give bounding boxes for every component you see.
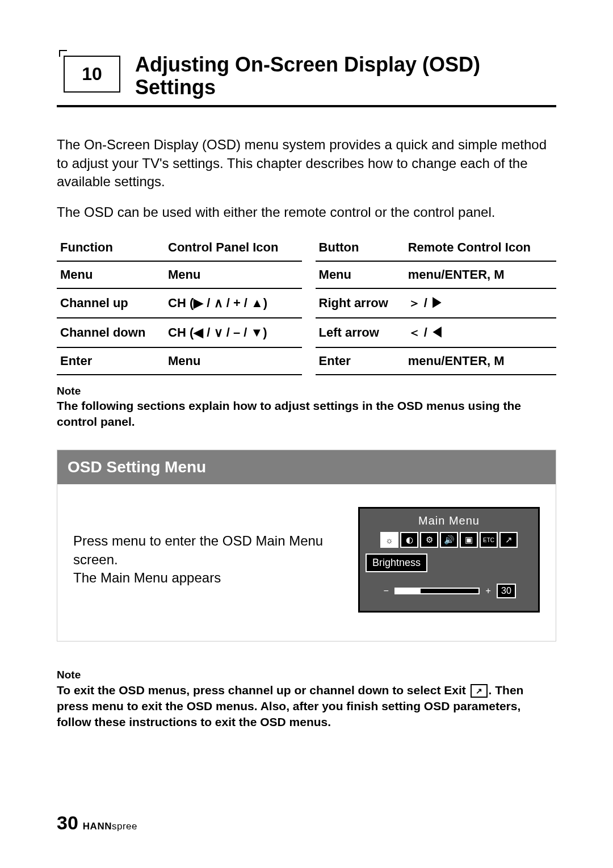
osd-icon-row: ☼ ◐ ⚙ 🔊 ▣ ETC ↗ bbox=[366, 532, 532, 548]
osd-instruction-line: The Main Menu appears bbox=[73, 569, 335, 587]
chapter-title: Adjusting On-Screen Display (OSD) Settin… bbox=[135, 51, 556, 98]
exit-icon: ↗ bbox=[471, 684, 488, 698]
cell-function: Channel up bbox=[57, 288, 165, 318]
brand-bold: HANN bbox=[83, 821, 112, 832]
audio-icon: 🔊 bbox=[440, 532, 458, 548]
osd-window: Main Menu ☼ ◐ ⚙ 🔊 ▣ ETC ↗ Brightness − bbox=[358, 507, 540, 613]
cell-remote-icon: ＜ / ◀ bbox=[405, 318, 556, 347]
cell-panel-icon: Menu bbox=[165, 347, 302, 375]
osd-sub-label: Brightness bbox=[366, 553, 427, 572]
note-block-1: Note The following sections explain how … bbox=[57, 384, 556, 429]
table-row: Channel down CH (◀ / ∨ / – / ▼) Left arr… bbox=[57, 318, 556, 347]
osd-window-title: Main Menu bbox=[366, 514, 532, 527]
chapter-header: 10 Adjusting On-Screen Display (OSD) Set… bbox=[57, 51, 556, 107]
th-remote-icon: Remote Control Icon bbox=[405, 234, 556, 261]
intro-paragraph-1: The On-Screen Display (OSD) menu system … bbox=[57, 136, 556, 191]
exit-icon: ↗ bbox=[499, 532, 518, 548]
osd-instruction-line: Press menu to enter the OSD Main Menu sc… bbox=[73, 532, 335, 569]
osd-instructions: Press menu to enter the OSD Main Menu sc… bbox=[73, 532, 335, 587]
brightness-icon: ☼ bbox=[380, 532, 398, 548]
note-text: To exit the OSD menus, press channel up … bbox=[57, 682, 556, 731]
table-row: Menu Menu Menu menu/ENTER, M bbox=[57, 261, 556, 288]
cell-button: Right arrow bbox=[316, 288, 405, 318]
table-row: Enter Menu Enter menu/ENTER, M bbox=[57, 347, 556, 375]
brand-rest: spree bbox=[112, 821, 137, 832]
cell-panel-icon: Menu bbox=[165, 261, 302, 288]
osd-setting-panel: OSD Setting Menu Press menu to enter the… bbox=[57, 450, 556, 641]
note-text: The following sections explain how to ad… bbox=[57, 398, 556, 429]
cell-remote-icon: menu/ENTER, M bbox=[405, 347, 556, 375]
table-row: Channel up CH (▶ / ∧ / + / ▲) Right arro… bbox=[57, 288, 556, 318]
page-footer: 30 HANNspree bbox=[57, 812, 137, 834]
picture-icon: ⚙ bbox=[420, 532, 438, 548]
chapter-number: 10 bbox=[64, 56, 120, 93]
page-number: 30 bbox=[57, 812, 78, 834]
note-label: Note bbox=[57, 668, 556, 682]
cell-panel-icon: CH (◀ / ∨ / – / ▼) bbox=[165, 318, 302, 347]
cell-panel-icon: CH (▶ / ∧ / + / ▲) bbox=[165, 288, 302, 318]
slider-minus-icon: − bbox=[382, 586, 390, 596]
osd-screenshot: Main Menu ☼ ◐ ⚙ 🔊 ▣ ETC ↗ Brightness − bbox=[358, 507, 540, 613]
osd-slider-row: − + 30 bbox=[366, 584, 532, 598]
cell-remote-icon: ＞ / ▶ bbox=[405, 288, 556, 318]
display-icon: ▣ bbox=[460, 532, 478, 548]
note-label: Note bbox=[57, 384, 556, 399]
cell-button: Enter bbox=[316, 347, 405, 375]
osd-panel-header: OSD Setting Menu bbox=[57, 450, 556, 484]
th-panel-icon: Control Panel Icon bbox=[165, 234, 302, 261]
note-block-2: Note To exit the OSD menus, press channe… bbox=[57, 668, 556, 731]
brightness-value: 30 bbox=[497, 584, 516, 598]
cell-function: Channel down bbox=[57, 318, 165, 347]
cell-button: Left arrow bbox=[316, 318, 405, 347]
chapter-number-box: 10 bbox=[57, 51, 119, 94]
controls-table: Function Control Panel Icon Button Remot… bbox=[57, 234, 556, 375]
slider-plus-icon: + bbox=[484, 586, 492, 596]
cell-remote-icon: menu/ENTER, M bbox=[405, 261, 556, 288]
cell-function: Menu bbox=[57, 261, 165, 288]
note2-before: To exit the OSD menus, press channel up … bbox=[57, 684, 469, 697]
cell-function: Enter bbox=[57, 347, 165, 375]
intro-paragraph-2: The OSD can be used with either the remo… bbox=[57, 203, 556, 221]
th-function: Function bbox=[57, 234, 165, 261]
brightness-slider bbox=[394, 588, 480, 594]
brand-logo: HANNspree bbox=[83, 821, 137, 832]
contrast-icon: ◐ bbox=[400, 532, 418, 548]
etc-icon: ETC bbox=[480, 532, 498, 548]
th-button: Button bbox=[316, 234, 405, 261]
cell-button: Menu bbox=[316, 261, 405, 288]
